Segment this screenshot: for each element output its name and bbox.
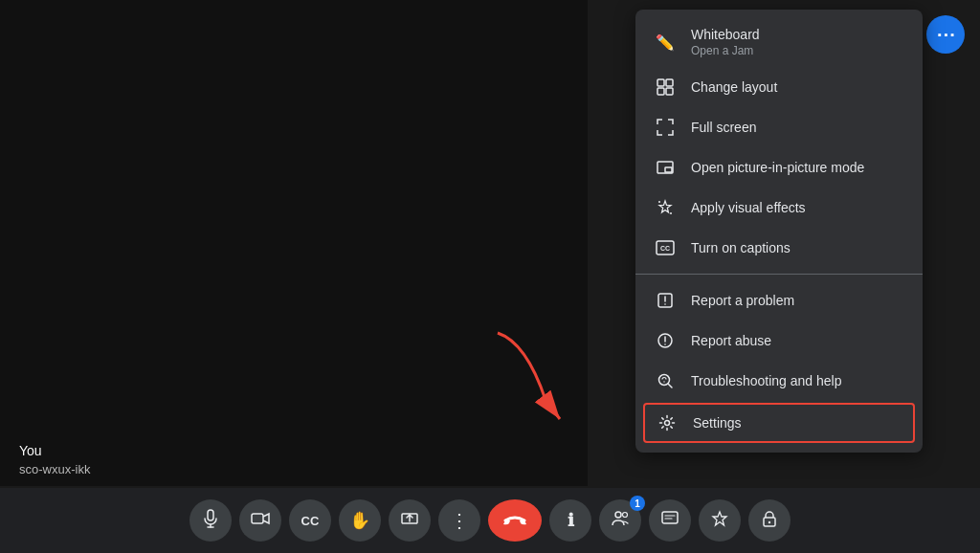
pip-label: Open picture-in-picture mode xyxy=(691,160,903,175)
full-screen-label: Full screen xyxy=(691,120,903,135)
svg-rect-2 xyxy=(657,88,664,95)
report-abuse-icon xyxy=(655,330,676,351)
svg-line-17 xyxy=(669,385,673,388)
mic-button[interactable] xyxy=(189,499,232,542)
more-options-button[interactable]: ⋮ xyxy=(438,499,480,542)
settings-icon xyxy=(657,412,678,433)
report-problem-icon xyxy=(655,290,676,311)
whiteboard-subtitle: Open a Jam xyxy=(691,44,903,57)
svg-point-15 xyxy=(664,343,666,345)
activities-icon xyxy=(711,510,728,532)
people-icon xyxy=(611,509,630,533)
activities-button[interactable] xyxy=(699,499,741,542)
chat-icon xyxy=(660,509,679,533)
settings-label: Settings xyxy=(693,415,902,431)
svg-rect-29 xyxy=(662,512,678,523)
menu-item-settings[interactable]: Settings xyxy=(643,403,915,443)
meeting-info-button[interactable]: ℹ xyxy=(549,499,591,542)
svg-point-7 xyxy=(670,212,672,214)
raise-hand-icon: ✋ xyxy=(349,510,370,531)
menu-item-full-screen[interactable]: Full screen xyxy=(635,107,923,147)
svg-point-12 xyxy=(664,303,666,305)
more-options-top-button[interactable]: ⋯ xyxy=(926,15,965,54)
visual-effects-icon xyxy=(655,197,676,218)
camera-button[interactable] xyxy=(239,499,281,542)
people-button[interactable]: 1 xyxy=(599,499,641,542)
svg-point-6 xyxy=(658,201,660,203)
participant-name: You xyxy=(19,443,90,458)
svg-rect-24 xyxy=(252,514,263,523)
report-problem-label: Report a problem xyxy=(691,293,903,308)
menu-item-whiteboard[interactable]: ✏️ Whiteboard Open a Jam xyxy=(635,17,923,67)
troubleshoot-icon xyxy=(655,370,676,391)
svg-point-27 xyxy=(615,512,621,518)
menu-divider-1 xyxy=(635,274,923,275)
svg-point-33 xyxy=(768,520,770,522)
camera-icon xyxy=(251,509,270,533)
meeting-code: sco-wxux-ikk xyxy=(19,462,90,476)
svg-rect-5 xyxy=(665,167,672,172)
captions-icon: CC xyxy=(655,237,676,258)
raise-hand-button[interactable]: ✋ xyxy=(339,499,381,542)
menu-item-change-layout[interactable]: Change layout xyxy=(635,67,923,107)
dropdown-menu: ✏️ Whiteboard Open a Jam Change layout xyxy=(635,10,923,453)
captions-label: Turn on captions xyxy=(691,240,903,255)
menu-item-visual-effects[interactable]: Apply visual effects xyxy=(635,188,923,228)
svg-point-28 xyxy=(623,512,628,517)
svg-point-19 xyxy=(665,421,670,426)
svg-rect-21 xyxy=(208,510,213,520)
full-screen-icon xyxy=(655,117,676,138)
whiteboard-icon: ✏️ xyxy=(655,32,676,53)
svg-point-16 xyxy=(659,375,670,386)
svg-rect-3 xyxy=(666,88,673,95)
menu-item-pip[interactable]: Open picture-in-picture mode xyxy=(635,147,923,188)
menu-item-report-problem[interactable]: Report a problem xyxy=(635,280,923,321)
svg-text:CC: CC xyxy=(660,245,670,252)
menu-item-captions[interactable]: CC Turn on captions xyxy=(635,228,923,268)
more-options-icon: ⋮ xyxy=(450,509,469,532)
lock-button[interactable] xyxy=(748,499,791,542)
lock-icon xyxy=(761,510,778,532)
more-options-top-icon: ⋯ xyxy=(936,23,955,46)
menu-item-report-abuse[interactable]: Report abuse xyxy=(635,321,923,361)
meeting-info-icon: ℹ xyxy=(568,510,574,531)
video-feed xyxy=(0,0,588,486)
report-abuse-label: Report abuse xyxy=(691,333,903,348)
menu-item-troubleshoot[interactable]: Troubleshooting and help xyxy=(635,361,923,401)
pip-icon xyxy=(655,157,676,178)
toolbar: CC ✋ ⋮ ℹ xyxy=(0,488,980,553)
whiteboard-label: Whiteboard xyxy=(691,27,903,42)
mic-icon xyxy=(201,509,220,533)
svg-rect-0 xyxy=(657,79,664,86)
cc-icon: CC xyxy=(301,514,320,528)
people-badge: 1 xyxy=(630,496,645,511)
cc-button[interactable]: CC xyxy=(289,499,331,542)
chat-button[interactable] xyxy=(649,499,691,542)
present-icon xyxy=(400,509,419,533)
end-call-button[interactable] xyxy=(488,499,542,542)
present-button[interactable] xyxy=(389,499,431,542)
change-layout-icon xyxy=(655,77,676,98)
visual-effects-label: Apply visual effects xyxy=(691,200,903,215)
troubleshoot-label: Troubleshooting and help xyxy=(691,373,903,388)
svg-rect-1 xyxy=(666,79,673,86)
svg-point-18 xyxy=(663,381,664,382)
change-layout-label: Change layout xyxy=(691,79,903,95)
end-call-icon xyxy=(503,511,526,531)
